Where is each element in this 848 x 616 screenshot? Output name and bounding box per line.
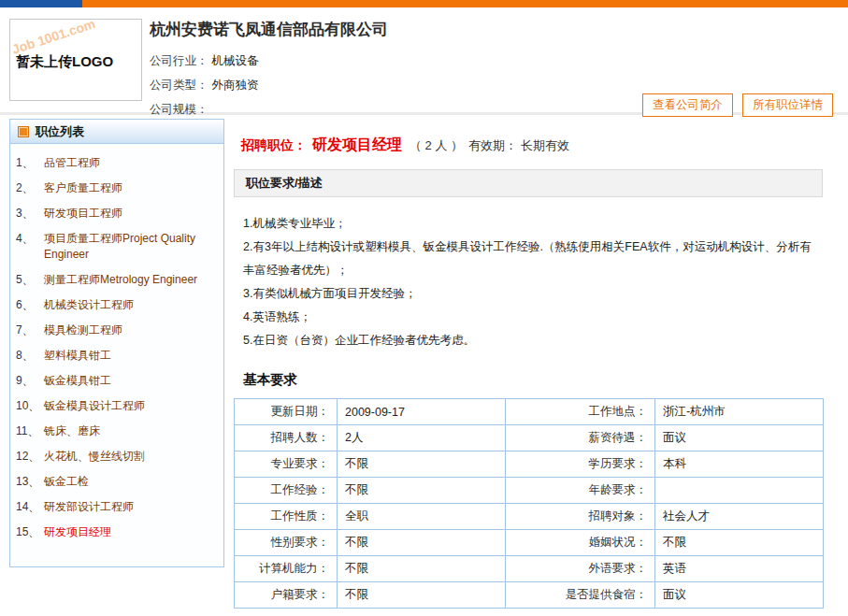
job-item-link[interactable]: 客户质量工程师 bbox=[44, 180, 122, 196]
table-row: 户籍要求： 不限 是否提供食宿： 面议 bbox=[235, 582, 824, 609]
job-detail-panel: 招聘职位： 研发项目经理 （ 2 人 ） 有效期： 长期有效 职位要求/描述 1… bbox=[234, 119, 823, 616]
job-item-number: 6、 bbox=[16, 297, 44, 313]
table-row: 工作性质： 全职 招聘对象： 社会人才 bbox=[235, 504, 824, 530]
row-label: 外语要求： bbox=[506, 556, 655, 582]
job-item-number: 3、 bbox=[16, 206, 44, 222]
job-item-link[interactable]: 品管工程师 bbox=[44, 155, 100, 171]
job-item-link[interactable]: 研发项目经理 bbox=[44, 524, 111, 540]
job-item-number: 8、 bbox=[16, 348, 44, 364]
row-label: 计算机能力： bbox=[235, 556, 338, 582]
job-item-link[interactable]: 钣金工检 bbox=[44, 474, 89, 490]
row-value: 不限 bbox=[655, 530, 824, 556]
job-item-link[interactable]: 项目质量工程师Project Quality Engineer bbox=[44, 231, 218, 263]
row-value: 本科 bbox=[655, 451, 824, 478]
job-item-number: 15、 bbox=[16, 524, 44, 540]
sidebar-job-item[interactable]: 1、品管工程师 bbox=[16, 155, 218, 171]
sidebar-job-item[interactable]: 14、研发部设计工程师 bbox=[16, 499, 218, 515]
row-value bbox=[655, 478, 824, 504]
job-item-number: 5、 bbox=[16, 272, 44, 288]
company-header: Job 1001.com 暂未上传LOGO 杭州安费诺飞凤通信部品有限公司 公司… bbox=[0, 7, 848, 115]
sidebar-job-item[interactable]: 6、机械类设计工程师 bbox=[16, 297, 218, 313]
validity-value: 长期有效 bbox=[521, 137, 569, 154]
sidebar-job-item[interactable]: 3、研发项目工程师 bbox=[16, 206, 218, 222]
job-list-sidebar: 职位列表 1、品管工程师 2、客户质量工程师 3、研发项目工程师 4、项目质量工… bbox=[9, 119, 224, 567]
job-description: 1.机械类专业毕业； 2.有3年以上结构设计或塑料模具、钣金模具设计工作经验.（… bbox=[234, 197, 823, 356]
job-item-number: 7、 bbox=[16, 322, 44, 338]
job-item-number: 4、 bbox=[16, 231, 44, 263]
row-value: 2人 bbox=[338, 425, 506, 451]
row-label: 工作地点： bbox=[506, 399, 655, 425]
job-item-link[interactable]: 模具检测工程师 bbox=[44, 322, 122, 338]
job-item-link[interactable]: 铣床、磨床 bbox=[44, 423, 100, 439]
row-label: 招聘人数： bbox=[235, 425, 338, 451]
job-item-link[interactable]: 钣金模具钳工 bbox=[44, 373, 111, 389]
table-row: 更新日期： 2009-09-17 工作地点： 浙江-杭州市 bbox=[235, 399, 824, 425]
job-list: 1、品管工程师 2、客户质量工程师 3、研发项目工程师 4、项目质量工程师Pro… bbox=[10, 144, 223, 540]
row-value: 不限 bbox=[338, 451, 506, 478]
job-item-link[interactable]: 塑料模具钳工 bbox=[44, 348, 111, 364]
sidebar-job-item[interactable]: 7、模具检测工程师 bbox=[16, 322, 218, 338]
job-headcount: （ 2 人 ） bbox=[410, 137, 463, 154]
sidebar-job-item[interactable]: 2、客户质量工程师 bbox=[16, 180, 218, 196]
job-item-link[interactable]: 研发部设计工程师 bbox=[44, 499, 134, 515]
row-label: 更新日期： bbox=[235, 399, 338, 425]
job-header-line: 招聘职位： 研发项目经理 （ 2 人 ） 有效期： 长期有效 bbox=[241, 136, 823, 155]
sidebar-job-item-active[interactable]: 15、研发项目经理 bbox=[16, 524, 218, 540]
sidebar-job-item[interactable]: 9、钣金模具钳工 bbox=[16, 373, 218, 389]
field-value: 外商独资 bbox=[212, 79, 259, 92]
job-title: 研发项目经理 bbox=[312, 136, 402, 155]
job-item-number: 11、 bbox=[16, 423, 44, 439]
table-row: 招聘人数： 2人 薪资待遇： 面议 bbox=[235, 425, 824, 451]
table-row: 计算机能力： 不限 外语要求： 英语 bbox=[235, 556, 824, 582]
company-type-row: 公司类型：外商独资 bbox=[150, 73, 259, 97]
list-icon bbox=[18, 126, 29, 137]
row-value: 不限 bbox=[338, 478, 506, 504]
row-label: 年龄要求： bbox=[506, 478, 655, 504]
job-item-number: 2、 bbox=[16, 180, 44, 196]
row-value: 英语 bbox=[655, 556, 824, 582]
company-logo-placeholder: Job 1001.com 暂未上传LOGO bbox=[9, 19, 142, 101]
basic-requirements-table: 更新日期： 2009-09-17 工作地点： 浙江-杭州市 招聘人数： 2人 薪… bbox=[234, 398, 824, 609]
table-row: 专业要求： 不限 学历要求： 本科 bbox=[235, 451, 824, 478]
row-value: 面议 bbox=[655, 582, 824, 609]
row-value: 社会人才 bbox=[655, 504, 824, 530]
logo-placeholder-text: 暂未上传LOGO bbox=[16, 53, 113, 71]
sidebar-job-item[interactable]: 10、钣金模具设计工程师 bbox=[16, 398, 218, 414]
row-label: 工作经验： bbox=[235, 478, 338, 504]
header-buttons: 查看公司简介 所有职位详情 bbox=[642, 93, 833, 117]
sidebar-job-item[interactable]: 11、铣床、磨床 bbox=[16, 423, 218, 439]
description-line: 1.机械类专业毕业； bbox=[243, 212, 819, 236]
field-label: 公司行业： bbox=[150, 54, 208, 67]
field-label: 公司类型： bbox=[150, 79, 208, 92]
table-row: 工作经验： 不限 年龄要求： bbox=[235, 478, 824, 504]
sidebar-job-item[interactable]: 12、火花机、慢丝线切割 bbox=[16, 449, 218, 465]
row-label: 户籍要求： bbox=[235, 582, 338, 609]
all-jobs-detail-button[interactable]: 所有职位详情 bbox=[742, 93, 833, 117]
sidebar-job-item[interactable]: 13、钣金工检 bbox=[16, 474, 218, 490]
job-item-link[interactable]: 测量工程师Metrology Engineer bbox=[44, 272, 197, 288]
job-item-link[interactable]: 机械类设计工程师 bbox=[44, 297, 134, 313]
row-label: 专业要求： bbox=[235, 451, 338, 478]
watermark-text: Job 1001.com bbox=[10, 19, 97, 57]
field-value: 机械设备 bbox=[212, 54, 259, 67]
row-label: 性别要求： bbox=[235, 530, 338, 556]
table-row: 性别要求： 不限 婚姻状况： 不限 bbox=[235, 530, 824, 556]
sidebar-job-item[interactable]: 4、项目质量工程师Project Quality Engineer bbox=[16, 231, 218, 263]
job-item-link[interactable]: 研发项目工程师 bbox=[44, 206, 122, 222]
job-item-link[interactable]: 钣金模具设计工程师 bbox=[44, 398, 145, 414]
sidebar-job-item[interactable]: 5、测量工程师Metrology Engineer bbox=[16, 272, 218, 288]
company-name: 杭州安费诺飞凤通信部品有限公司 bbox=[150, 19, 388, 40]
section-title-requirements: 职位要求/描述 bbox=[234, 169, 823, 197]
row-label: 招聘对象： bbox=[506, 504, 655, 530]
sidebar-job-item[interactable]: 8、塑料模具钳工 bbox=[16, 348, 218, 364]
job-list-header: 职位列表 bbox=[10, 120, 223, 144]
job-item-link[interactable]: 火花机、慢丝线切割 bbox=[44, 449, 145, 465]
row-label: 工作性质： bbox=[235, 504, 338, 530]
description-line: 5.在日资（台资）企业工作经验者优先考虑。 bbox=[243, 329, 819, 352]
job-item-number: 10、 bbox=[16, 398, 44, 414]
job-header-label: 招聘职位： bbox=[241, 137, 307, 154]
job-item-number: 14、 bbox=[16, 499, 44, 515]
row-value: 不限 bbox=[338, 556, 506, 582]
description-line: 4.英语熟练； bbox=[243, 306, 819, 329]
view-company-profile-button[interactable]: 查看公司简介 bbox=[642, 93, 733, 117]
